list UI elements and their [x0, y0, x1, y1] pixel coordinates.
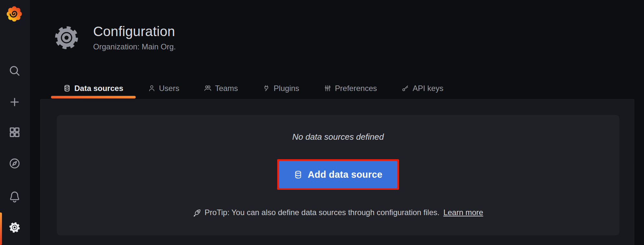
empty-list-cta: No data sources defined Add data source …	[57, 115, 619, 235]
content-panel: No data sources defined Add data source …	[40, 99, 634, 245]
search-icon[interactable]	[9, 65, 20, 77]
grafana-logo[interactable]	[6, 6, 22, 22]
tab-data-sources[interactable]: Data sources	[51, 78, 136, 98]
add-data-source-button[interactable]: Add data source	[279, 161, 397, 188]
sidebar	[0, 0, 30, 245]
plus-icon[interactable]	[9, 96, 20, 108]
tab-bar: Data sources Users Teams Plugins Pre	[51, 78, 456, 98]
add-button-label: Add data source	[308, 169, 382, 180]
header-text: Configuration Organization: Main Org.	[93, 24, 176, 51]
tab-label: Users	[159, 84, 180, 93]
user-icon	[148, 84, 155, 92]
tab-api-keys[interactable]: API keys	[389, 78, 456, 98]
page-title: Configuration	[93, 24, 176, 39]
compass-icon[interactable]	[9, 158, 20, 169]
page-header: Configuration Organization: Main Org.	[53, 24, 176, 51]
tab-label: Data sources	[74, 84, 123, 93]
tab-preferences[interactable]: Preferences	[312, 78, 389, 98]
protip-row: ProTip: You can also define data sources…	[193, 208, 483, 217]
sidebar-active-indicator	[0, 213, 2, 245]
gear-icon	[53, 24, 80, 51]
page-subtitle: Organization: Main Org.	[93, 42, 176, 51]
rocket-icon	[193, 208, 202, 217]
tab-label: Plugins	[274, 84, 299, 93]
gear-icon[interactable]	[8, 221, 21, 234]
tab-plugins[interactable]: Plugins	[250, 78, 312, 98]
tab-label: Preferences	[335, 84, 377, 93]
database-icon	[294, 170, 303, 179]
learn-more-link[interactable]: Learn more	[443, 208, 483, 217]
tab-label: API keys	[413, 84, 443, 93]
database-icon	[63, 84, 71, 92]
tab-users[interactable]: Users	[136, 78, 192, 98]
dashboards-grid-icon[interactable]	[9, 126, 20, 138]
plug-icon	[263, 84, 270, 92]
empty-state-message: No data sources defined	[292, 132, 384, 142]
tab-teams[interactable]: Teams	[192, 78, 250, 98]
key-icon	[402, 84, 409, 92]
bell-icon[interactable]	[9, 191, 20, 202]
sliders-icon	[324, 84, 331, 92]
users-icon	[204, 84, 211, 92]
tab-label: Teams	[215, 84, 238, 93]
red-highlight-box: Add data source	[277, 159, 399, 190]
protip-text: ProTip: You can also define data sources…	[204, 208, 440, 217]
